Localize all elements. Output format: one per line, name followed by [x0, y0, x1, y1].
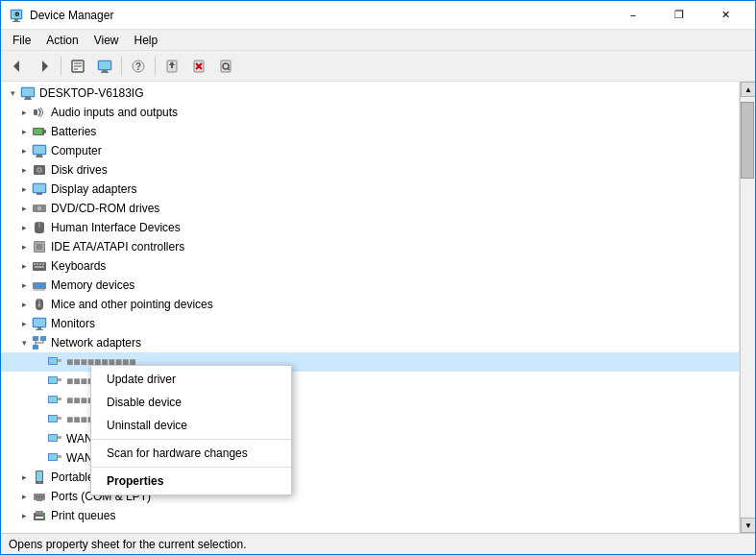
- list-item[interactable]: IDE ATA/ATAPI controllers: [1, 237, 739, 256]
- computer-icon: [20, 85, 36, 101]
- list-item[interactable]: Print queues: [1, 506, 739, 525]
- disk-expand[interactable]: [16, 162, 32, 178]
- net-device-icon: [47, 354, 62, 370]
- window-title: Device Manager: [30, 9, 113, 22]
- display-expand[interactable]: [16, 181, 32, 197]
- svg-rect-109: [36, 517, 43, 519]
- uninstall-button[interactable]: [186, 54, 211, 79]
- list-item[interactable]: Memory devices: [1, 276, 739, 295]
- menu-file[interactable]: File: [5, 32, 38, 49]
- scrollbar[interactable]: ▲ ▼: [740, 82, 755, 533]
- hid-label: Human Interface Devices: [51, 221, 181, 234]
- svg-rect-91: [49, 416, 57, 422]
- scan-hardware-button[interactable]: [213, 54, 238, 79]
- minimize-button[interactable]: −: [611, 2, 655, 29]
- svg-rect-86: [58, 378, 61, 381]
- menu-help[interactable]: Help: [127, 32, 166, 49]
- svg-text:?: ?: [135, 61, 141, 72]
- svg-point-69: [38, 304, 41, 307]
- menu-bar: File Action View Help: [1, 30, 755, 51]
- print-expand[interactable]: [16, 508, 32, 523]
- menu-action[interactable]: Action: [38, 32, 85, 49]
- portable-expand[interactable]: [16, 470, 32, 485]
- list-item[interactable]: Human Interface Devices: [1, 218, 739, 237]
- svg-rect-28: [24, 99, 32, 100]
- help-button[interactable]: ?: [126, 54, 151, 79]
- update-driver-button[interactable]: [159, 54, 184, 79]
- back-button[interactable]: [5, 54, 30, 79]
- status-bar: Opens property sheet for the current sel…: [1, 533, 755, 554]
- list-item[interactable]: Keyboards: [1, 256, 739, 276]
- root-expand-btn[interactable]: [5, 85, 20, 101]
- context-update-driver[interactable]: Update driver: [91, 368, 291, 391]
- properties-view-button[interactable]: [65, 54, 90, 79]
- svg-rect-88: [49, 397, 57, 402]
- batteries-expand[interactable]: [16, 124, 32, 139]
- list-item[interactable]: Network adapters: [1, 333, 739, 352]
- print-label: Print queues: [51, 509, 115, 522]
- disk-icon: [32, 162, 47, 178]
- svg-rect-95: [58, 436, 61, 439]
- ide-expand[interactable]: [16, 239, 32, 254]
- restore-button[interactable]: ❐: [657, 2, 701, 29]
- list-item[interactable]: Computer: [1, 141, 739, 160]
- context-scan-hardware[interactable]: Scan for hardware changes: [91, 442, 291, 465]
- uninstall-icon: [191, 59, 207, 74]
- context-uninstall-device[interactable]: Uninstall device: [91, 414, 291, 437]
- svg-rect-29: [34, 109, 37, 115]
- memory-expand[interactable]: [16, 278, 32, 293]
- mice-expand[interactable]: [16, 297, 32, 312]
- dvd-icon: [32, 201, 47, 216]
- context-properties[interactable]: Properties: [91, 470, 291, 493]
- device-manager-icon: [97, 59, 112, 74]
- display-label: Display adapters: [51, 182, 136, 196]
- svg-rect-55: [37, 263, 38, 265]
- keyboard-expand[interactable]: [16, 258, 32, 274]
- scroll-down-button[interactable]: ▼: [741, 518, 755, 533]
- list-item[interactable]: Display adapters: [1, 180, 739, 199]
- audio-expand[interactable]: [16, 105, 32, 120]
- svg-point-39: [38, 169, 40, 171]
- toolbar-sep-3: [155, 57, 156, 76]
- list-item[interactable]: Disk drives: [1, 160, 739, 180]
- device-manager-button[interactable]: [92, 54, 117, 79]
- svg-rect-41: [34, 184, 45, 192]
- list-item[interactable]: Mice and other pointing devices: [1, 295, 739, 314]
- scroll-thumb[interactable]: [741, 102, 754, 179]
- list-item[interactable]: DVD/CD-ROM drives: [1, 199, 739, 218]
- svg-rect-110: [43, 515, 45, 517]
- computer-expand[interactable]: [16, 143, 32, 158]
- tree-view[interactable]: DESKTOP-V6183IG Audio inputs and outputs: [1, 82, 740, 533]
- svg-rect-97: [49, 454, 57, 460]
- list-item[interactable]: Monitors: [1, 314, 739, 333]
- context-disable-device[interactable]: Disable device: [91, 391, 291, 414]
- scroll-track[interactable]: [741, 97, 755, 518]
- svg-rect-14: [101, 72, 109, 73]
- svg-rect-98: [58, 455, 61, 458]
- context-menu: Update driver Disable device Uninstall d…: [90, 365, 292, 495]
- scroll-up-button[interactable]: ▲: [741, 82, 755, 97]
- svg-rect-12: [99, 61, 110, 69]
- dvd-expand[interactable]: [16, 201, 32, 216]
- audio-icon: [32, 105, 47, 120]
- close-button[interactable]: ✕: [703, 2, 747, 29]
- toolbar: ?: [1, 51, 755, 82]
- svg-rect-34: [34, 146, 45, 154]
- list-item[interactable]: Audio inputs and outputs: [1, 103, 739, 122]
- svg-rect-89: [58, 398, 61, 400]
- svg-point-101: [38, 482, 40, 484]
- tree-root[interactable]: DESKTOP-V6183IG: [1, 84, 739, 103]
- network-expand[interactable]: [16, 335, 32, 350]
- ports-expand[interactable]: [16, 489, 32, 504]
- svg-rect-75: [40, 336, 46, 341]
- main-content: DESKTOP-V6183IG Audio inputs and outputs: [1, 82, 755, 533]
- monitors-expand[interactable]: [16, 316, 32, 331]
- disk-label: Disk drives: [51, 163, 108, 177]
- forward-button[interactable]: [32, 54, 57, 79]
- svg-rect-58: [35, 266, 44, 268]
- menu-view[interactable]: View: [86, 32, 127, 49]
- hid-expand[interactable]: [16, 220, 32, 235]
- list-item[interactable]: Batteries: [1, 122, 739, 141]
- help-icon: ?: [131, 59, 146, 74]
- svg-rect-2: [12, 21, 20, 22]
